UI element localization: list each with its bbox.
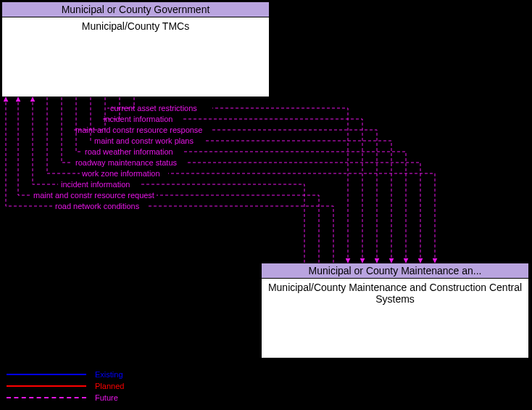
legend-row-future: Future (2, 392, 228, 403)
legend-row-planned: Planned (2, 380, 228, 392)
legend-swatch-future (7, 397, 86, 398)
legend-label: Future (95, 393, 118, 402)
node-mcms-header: Municipal or County Maintenance an... (261, 263, 529, 279)
flow-label: work zone information (82, 169, 160, 178)
flow-label: road weather information (85, 147, 173, 156)
legend-label: Planned (95, 382, 124, 390)
flow-label: incident information (104, 115, 173, 123)
node-mcms-body: Municipal/County Maintenance and Constru… (261, 279, 529, 358)
legend-swatch-planned (7, 385, 86, 387)
flow-label: road network conditions (55, 202, 139, 210)
flow-label: maint and constr resource response (75, 126, 202, 134)
legend-label: Existing (95, 370, 123, 379)
flow-label: roadway maintenance status (75, 158, 177, 167)
flow-label: maint and constr work plans (94, 136, 194, 145)
legend: Existing Planned Future (1, 366, 229, 409)
flow-label: incident information (61, 180, 130, 189)
legend-swatch-existing (7, 374, 86, 375)
node-tmc-body: Municipal/County TMCs (1, 17, 270, 97)
node-mcms[interactable]: Municipal or County Maintenance an... Mu… (261, 263, 529, 358)
node-tmc-header: Municipal or County Government (1, 1, 270, 17)
flow-label: maint and constr resource request (33, 191, 154, 200)
node-tmc[interactable]: Municipal or County Government Municipal… (1, 1, 270, 97)
legend-row-existing: Existing (2, 369, 228, 380)
flow-label: current asset restrictions (110, 104, 197, 112)
